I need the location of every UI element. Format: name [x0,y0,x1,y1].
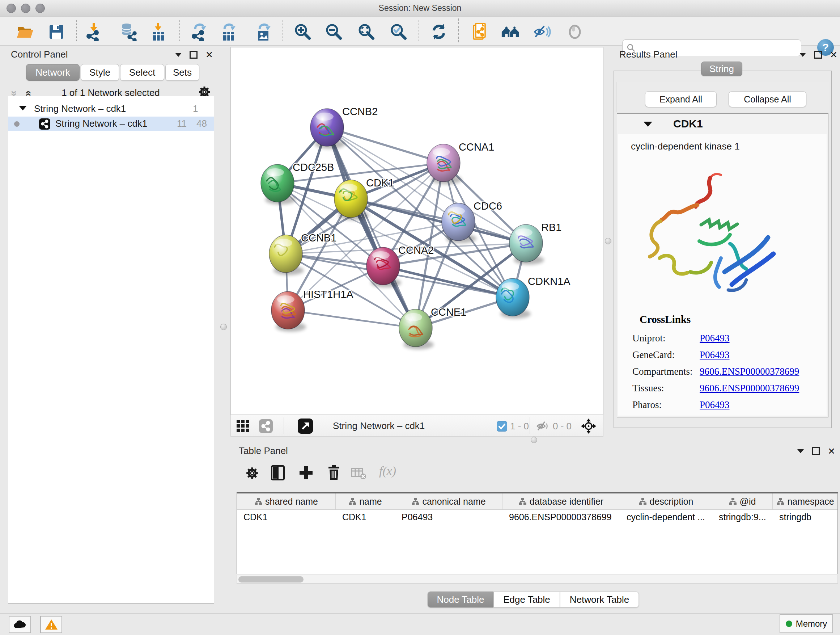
right-splitter-handle[interactable] [605,238,611,244]
column-header-name[interactable]: name [336,494,395,509]
column-type-icon [254,498,262,505]
network-collection-row[interactable]: String Network – cdk1 1 [8,102,214,117]
node-CDKN1A[interactable] [496,279,529,316]
delete-table-icon-disabled [351,468,367,480]
import-network-from-database-icon[interactable] [119,22,138,41]
panel-close-icon[interactable]: ✕ [205,51,213,58]
open-session-icon[interactable] [16,22,35,41]
create-column-plus-icon[interactable] [299,465,313,481]
zoom-fit-icon[interactable] [357,22,376,41]
node-HIST1H1A[interactable] [271,291,305,329]
node-CCNB2[interactable] [310,109,344,146]
panel-menu-icon[interactable] [799,53,806,57]
edge-HIST1H1A-CCNE1[interactable] [288,310,416,328]
home-icon[interactable] [501,22,520,41]
eye-icon[interactable] [565,22,584,41]
table-panel-title: Table Panel [239,445,288,456]
zoom-in-icon[interactable] [294,22,312,41]
column-header-canonical-name[interactable]: canonical name [395,494,502,509]
panel-float-icon[interactable] [814,51,822,59]
gene-header[interactable]: CDK1 [617,114,828,134]
delete-column-trash-icon[interactable] [327,464,341,481]
cell-shared-name[interactable]: CDK1 [237,510,336,525]
export-table-icon[interactable] [219,22,238,41]
panel-menu-icon[interactable] [797,449,804,453]
column-header-namespace[interactable]: namespace [773,494,838,509]
tree-expander-icon[interactable] [19,106,27,111]
grid-view-icon[interactable] [237,420,252,432]
memory-status-dot-icon [786,621,792,627]
tab-style[interactable]: Style [81,64,119,81]
collapse-all-button[interactable]: Collapse All [729,91,806,107]
node-RB1[interactable] [509,225,543,262]
control-panel-title: Control Panel [11,49,68,60]
zoom-out-icon[interactable] [325,22,343,41]
selected-checkbox-icon[interactable] [497,421,507,432]
show-hide-icon[interactable] [532,22,551,41]
protein-structure-image [638,167,783,304]
crosslinks-list: Uniprot:P06493GeneCard:P06493Compartment… [618,330,827,413]
column-header-database-identifier[interactable]: database identifier [502,494,620,509]
collapse-section-icon[interactable] [644,122,652,127]
warning-button[interactable] [40,616,62,633]
fit-content-crosshair-icon[interactable] [580,418,597,434]
node-CCNE1[interactable] [399,309,432,347]
scrollbar-thumb[interactable] [238,576,303,583]
birdseye-view-icon[interactable] [298,418,313,434]
cell-canonical-name[interactable]: P06493 [395,510,502,525]
expand-all-button[interactable]: Expand All [645,91,717,107]
panel-close-icon[interactable]: ✕ [828,448,835,455]
node-CCNB1[interactable] [269,235,302,272]
panel-float-icon[interactable] [812,447,820,455]
crosslink-link[interactable]: P06493 [699,349,729,361]
crosslink-link[interactable]: 9606.ENSP00000378699 [699,383,799,394]
cell-database-identifier[interactable]: 9606.ENSP00000378699 [502,510,620,525]
column-label: namespace [787,496,834,507]
hidden-eye-icon[interactable] [536,420,549,432]
column-header-description[interactable]: description [620,494,712,509]
panel-close-icon[interactable]: ✕ [830,51,837,58]
panel-menu-icon[interactable] [175,53,182,57]
node-CDC6[interactable] [442,203,475,241]
crosslink-link[interactable]: P06493 [699,333,729,344]
left-splitter-handle[interactable] [220,324,227,330]
cell-description[interactable]: cyclin-dependent ... [620,510,712,525]
tab-network[interactable]: Network [26,64,80,81]
export-image-icon[interactable] [255,22,273,41]
import-network-icon[interactable] [84,22,103,41]
column-header--id[interactable]: @id [712,494,773,509]
network-share-icon[interactable] [259,419,273,433]
node-CCNA1[interactable] [427,144,460,182]
tab-string[interactable]: String [701,62,742,76]
node-CDC25B[interactable] [261,165,294,202]
string-network-graph[interactable]: CCNB2CCNA1CDC25BCDK1CDC6RB1CCNB1CCNA2CDK… [231,48,603,415]
tab-node-table[interactable]: Node Table [428,592,493,608]
tab-select[interactable]: Select [120,64,164,81]
table-horizontal-scrollbar[interactable] [237,575,838,584]
save-session-icon[interactable] [47,22,66,41]
node-CCNA2[interactable] [366,247,400,285]
cell--id[interactable]: stringdb:9... [712,510,773,525]
share-document-icon[interactable] [471,22,490,41]
cloud-button[interactable] [9,616,31,633]
cell-namespace[interactable]: stringdb [773,510,838,525]
refresh-icon[interactable] [429,22,448,41]
import-table-icon[interactable] [149,22,167,41]
network-row-selected[interactable]: String Network – cdk1 11 48 [8,117,214,131]
node-CDK1[interactable] [334,180,368,218]
panel-float-icon[interactable] [189,51,197,59]
table-options-gear-icon[interactable] [245,466,259,480]
export-network-icon[interactable] [190,22,209,41]
tab-network-table[interactable]: Network Table [560,592,639,608]
memory-button[interactable]: Memory [780,614,833,633]
cell-name[interactable]: CDK1 [336,510,395,525]
select-columns-icon[interactable] [271,465,285,481]
tab-edge-table[interactable]: Edge Table [493,592,560,608]
table-row[interactable]: CDK1CDK1P064939606.ENSP00000378699cyclin… [237,510,837,525]
network-canvas[interactable]: CCNB2CCNA1CDC25BCDK1CDC6RB1CCNB1CCNA2CDK… [231,47,603,415]
crosslink-link[interactable]: 9606.ENSP00000378699 [699,366,799,377]
column-header-shared-name[interactable]: shared name [237,494,336,509]
zoom-selected-icon[interactable] [389,22,408,41]
tab-sets[interactable]: Sets [165,64,199,81]
crosslink-link[interactable]: P06493 [699,399,729,410]
